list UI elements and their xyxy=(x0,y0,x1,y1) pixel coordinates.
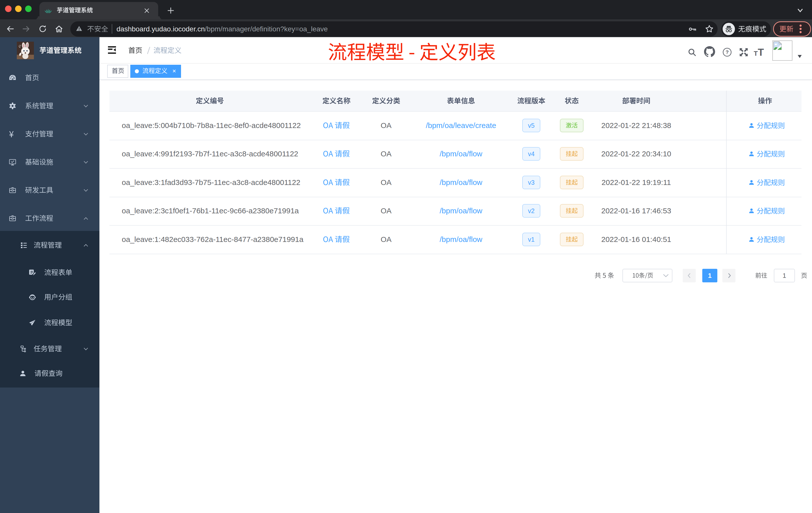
svg-text:?: ? xyxy=(726,50,729,55)
